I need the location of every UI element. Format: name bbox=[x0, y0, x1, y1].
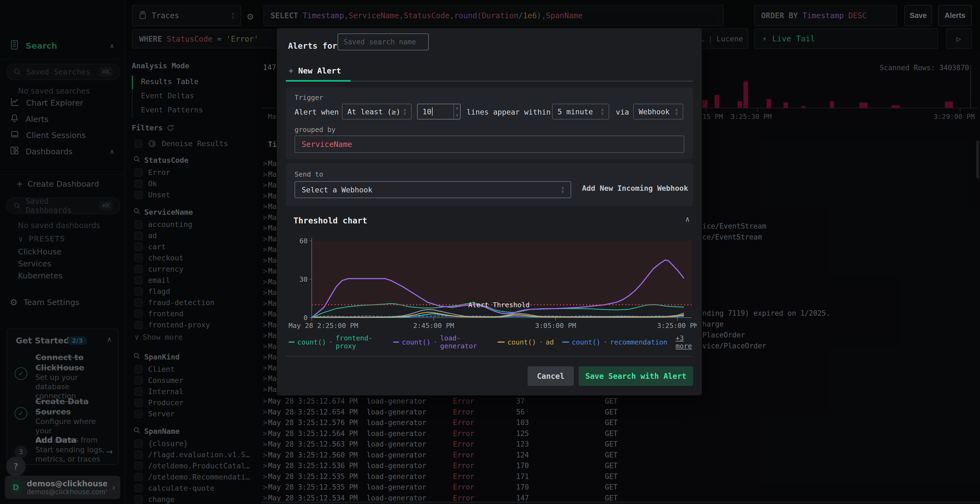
grouped-by-label: grouped by bbox=[294, 126, 336, 134]
window-value: 5 minute bbox=[557, 108, 593, 116]
legend-separator: · bbox=[539, 338, 543, 346]
legend-group: load-generator bbox=[440, 334, 490, 350]
legend-item: count()·ad bbox=[498, 338, 554, 346]
legend-separator: · bbox=[603, 338, 607, 346]
footer-divider bbox=[286, 356, 693, 356]
tab-new-alert[interactable]: + New Alert bbox=[288, 66, 341, 75]
condition-select[interactable]: At least (≥) ∧∨ bbox=[342, 104, 412, 119]
add-webhook-button[interactable]: Add New Incoming Webhook bbox=[582, 184, 688, 192]
y-tick-label: 60 bbox=[299, 237, 308, 245]
send-to-panel: Send to Select a Webhook ∧∨ Add New Inco… bbox=[286, 163, 693, 206]
x-tick-label: 2:45:00 PM bbox=[413, 322, 454, 329]
trigger-label: Trigger bbox=[294, 94, 323, 102]
collapse-chevron-icon[interactable]: ∧ bbox=[685, 215, 690, 224]
channel-select[interactable]: Webhook ∧∨ bbox=[633, 104, 683, 119]
above-threshold-region bbox=[312, 241, 692, 305]
plus-icon: + bbox=[288, 66, 293, 75]
window-select[interactable]: 5 minute ∧∨ bbox=[552, 104, 609, 119]
threshold-input[interactable]: 10 ∧∨ bbox=[417, 104, 461, 119]
threshold-chart: 03060May 28 2:25:00 PM2:45:00 PM3:05:00 … bbox=[288, 234, 697, 337]
chart-legend: count()·frontend-proxycount()·load-gener… bbox=[288, 334, 702, 350]
x-tick-label: May 28 2:25:00 PM bbox=[288, 322, 358, 329]
condition-value: At least (≥) bbox=[347, 108, 401, 116]
chevron-updown-icon: ∧∨ bbox=[403, 108, 406, 115]
legend-group: frontend-proxy bbox=[336, 334, 385, 350]
dialog-title: Alerts for bbox=[288, 41, 337, 51]
alerts-dialog: Alerts for Saved search name + New Alert… bbox=[277, 28, 702, 396]
y-tick-label: 30 bbox=[299, 275, 308, 283]
alert-threshold-label: Alert Threshold bbox=[468, 301, 530, 309]
chevron-updown-icon: ∧∨ bbox=[675, 108, 678, 115]
legend-group: ad bbox=[546, 338, 554, 346]
y-tick-label: 0 bbox=[304, 314, 308, 322]
lines-appear-text: lines appear within bbox=[466, 108, 551, 116]
legend-swatch bbox=[288, 342, 294, 343]
legend-fn: count() bbox=[297, 338, 326, 346]
legend-swatch bbox=[393, 342, 399, 343]
legend-swatch bbox=[562, 342, 569, 343]
number-stepper[interactable]: ∧∨ bbox=[453, 104, 460, 119]
legend-separator: · bbox=[329, 338, 333, 346]
chevron-updown-icon: ∧∨ bbox=[601, 108, 604, 115]
chevron-updown-icon: ∧∨ bbox=[561, 186, 564, 193]
send-to-label: Send to bbox=[294, 170, 323, 178]
x-tick-label: 3:25:00 PM bbox=[657, 322, 697, 329]
tab-label: New Alert bbox=[298, 66, 341, 75]
text-caret bbox=[432, 108, 433, 116]
saved-search-name-input[interactable]: Saved search name bbox=[337, 33, 429, 50]
alert-when-text: Alert when bbox=[294, 108, 339, 116]
legend-fn: count() bbox=[572, 338, 601, 346]
legend-item: count()·recommendation bbox=[562, 338, 668, 346]
channel-value: Webhook bbox=[639, 108, 670, 116]
save-search-with-alert-button[interactable]: Save Search with Alert bbox=[579, 366, 693, 386]
app-root: HyperDX Traces ∧∨ ⚙ SELECT Timestamp,Ser… bbox=[0, 0, 980, 504]
x-tick-label: 3:05:00 PM bbox=[535, 322, 576, 329]
legend-separator: · bbox=[433, 338, 438, 346]
legend-fn: count() bbox=[402, 338, 430, 346]
grouped-by-value: ServiceName bbox=[302, 140, 352, 149]
active-tab-indicator bbox=[286, 80, 351, 82]
legend-fn: count() bbox=[508, 338, 536, 346]
webhook-select[interactable]: Select a Webhook ∧∨ bbox=[294, 181, 571, 198]
webhook-placeholder: Select a Webhook bbox=[302, 186, 372, 194]
trigger-panel: Trigger Alert when At least (≥) ∧∨ 10 ∧∨… bbox=[286, 87, 693, 159]
name-placeholder: Saved search name bbox=[344, 38, 416, 46]
cancel-button[interactable]: Cancel bbox=[528, 366, 574, 386]
legend-swatch bbox=[498, 342, 505, 343]
legend-item: count()·frontend-proxy bbox=[288, 334, 385, 350]
via-text: via bbox=[616, 108, 629, 116]
legend-item: count()·load-generator bbox=[393, 334, 490, 350]
grouped-by-input[interactable]: ServiceName bbox=[294, 135, 684, 153]
threshold-chart-title: Threshold chart bbox=[293, 216, 367, 225]
legend-group: recommendation bbox=[610, 338, 668, 346]
threshold-value: 10 bbox=[418, 108, 431, 116]
legend-more-button[interactable]: +3 more bbox=[676, 334, 702, 350]
